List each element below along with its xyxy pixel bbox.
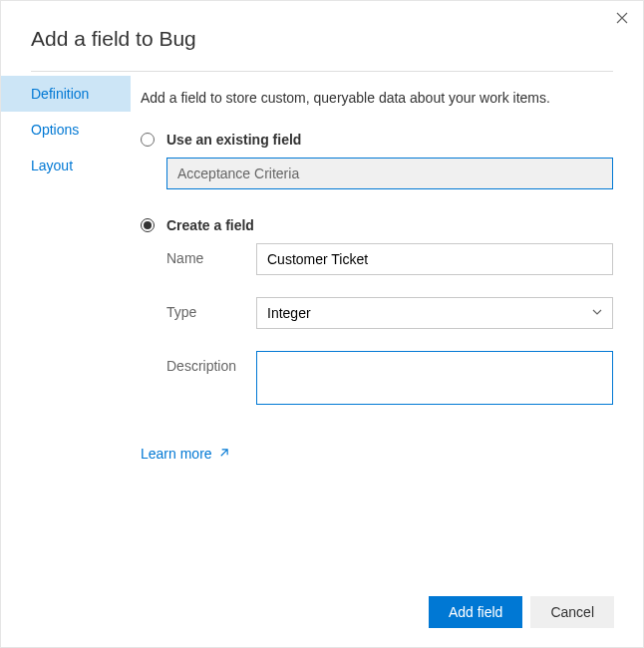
cancel-button[interactable]: Cancel bbox=[530, 596, 614, 628]
dialog-footer: Add field Cancel bbox=[429, 596, 614, 628]
type-select[interactable]: Integer bbox=[256, 297, 613, 329]
sidebar: Definition Options Layout bbox=[1, 72, 131, 463]
sidebar-item-label: Definition bbox=[31, 86, 89, 102]
create-field-radio[interactable] bbox=[141, 218, 155, 232]
description-label: Description bbox=[166, 351, 256, 374]
type-label: Type bbox=[166, 297, 256, 320]
existing-field-input[interactable] bbox=[166, 158, 613, 189]
main-panel: Add a field to store custom, queryable d… bbox=[131, 72, 643, 463]
close-button[interactable] bbox=[612, 8, 632, 31]
dialog-title: Add a field to Bug bbox=[31, 27, 613, 51]
sidebar-item-label: Options bbox=[31, 122, 79, 138]
name-row: Name bbox=[166, 243, 613, 275]
sidebar-item-options[interactable]: Options bbox=[1, 112, 131, 148]
learn-more-link[interactable]: Learn more bbox=[141, 446, 229, 462]
sidebar-item-layout[interactable]: Layout bbox=[1, 148, 131, 183]
sidebar-item-label: Layout bbox=[31, 158, 73, 173]
name-label: Name bbox=[166, 243, 256, 266]
external-link-icon bbox=[218, 446, 229, 462]
description-textarea[interactable] bbox=[256, 351, 613, 405]
existing-field-row bbox=[166, 158, 613, 189]
learn-more-row: Learn more bbox=[141, 445, 613, 463]
name-input[interactable] bbox=[256, 243, 613, 275]
description-row: Description bbox=[166, 351, 613, 409]
intro-text: Add a field to store custom, queryable d… bbox=[141, 90, 613, 106]
existing-field-radio[interactable] bbox=[141, 133, 155, 147]
dialog: Add a field to Bug Definition Options La… bbox=[0, 0, 644, 648]
sidebar-item-definition[interactable]: Definition bbox=[1, 76, 131, 112]
create-field-label: Create a field bbox=[166, 217, 254, 233]
dialog-body: Definition Options Layout Add a field to… bbox=[1, 72, 643, 463]
add-field-button[interactable]: Add field bbox=[429, 596, 522, 628]
learn-more-label: Learn more bbox=[141, 446, 212, 462]
existing-field-label: Use an existing field bbox=[166, 132, 301, 148]
close-icon bbox=[616, 12, 628, 27]
existing-field-option: Use an existing field bbox=[141, 132, 613, 148]
dialog-header: Add a field to Bug bbox=[1, 1, 643, 71]
create-field-option: Create a field bbox=[141, 217, 613, 233]
type-row: Type Integer bbox=[166, 297, 613, 329]
